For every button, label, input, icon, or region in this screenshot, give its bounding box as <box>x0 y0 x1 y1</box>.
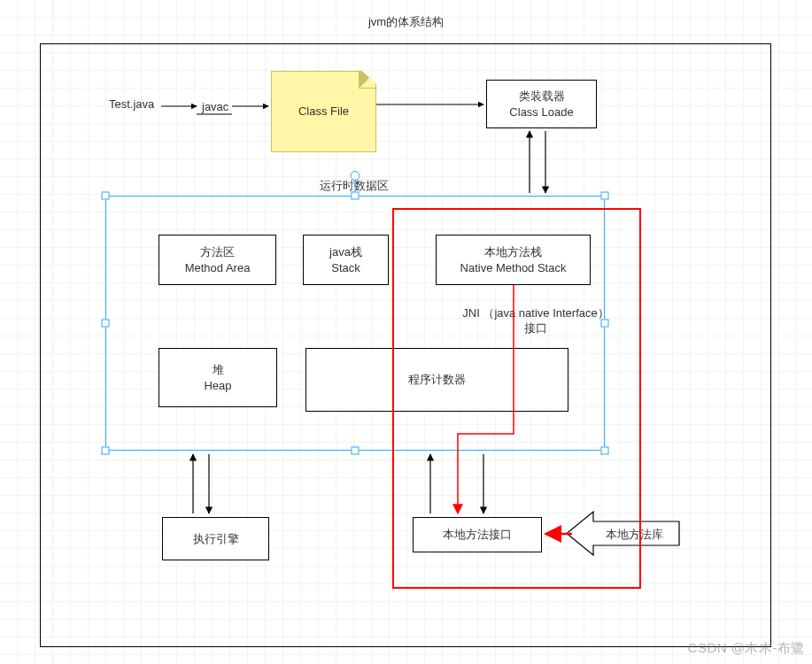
class-file-note: Class File <box>271 71 376 152</box>
method-area-box: 方法区 Method Area <box>159 235 276 285</box>
exec-engine-box: 执行引擎 <box>162 517 269 560</box>
diagram-title: jvm的体系结构 <box>0 14 812 30</box>
exec-engine-text: 执行引擎 <box>193 531 239 547</box>
heap-box: 堆 Heap <box>159 348 277 407</box>
compiler-text: javac <box>202 100 228 113</box>
class-file-text: Class File <box>298 104 349 120</box>
java-stack-line2: Stack <box>331 260 360 276</box>
heap-line2: Heap <box>204 378 231 394</box>
heap-line1: 堆 <box>213 362 224 378</box>
method-area-line1: 方法区 <box>200 244 235 260</box>
java-stack-line1: java栈 <box>329 244 362 260</box>
class-loader-line1: 类装载器 <box>519 89 565 104</box>
class-loader-box: 类装载器 Class Loade <box>486 80 597 128</box>
diagram-title-text: jvm的体系结构 <box>368 15 444 28</box>
highlight-frame <box>392 208 641 589</box>
source-file-label: Test.java <box>109 97 154 111</box>
watermark-text: CSDN @木木-布鷺 <box>688 640 805 655</box>
source-file-text: Test.java <box>109 97 154 111</box>
watermark: CSDN @木木-布鷺 <box>688 640 805 657</box>
method-area-line2: Method Area <box>185 260 251 276</box>
compiler-label: javac <box>202 100 228 113</box>
class-loader-line2: Class Loade <box>509 104 573 120</box>
java-stack-box: java栈 Stack <box>303 235 389 285</box>
